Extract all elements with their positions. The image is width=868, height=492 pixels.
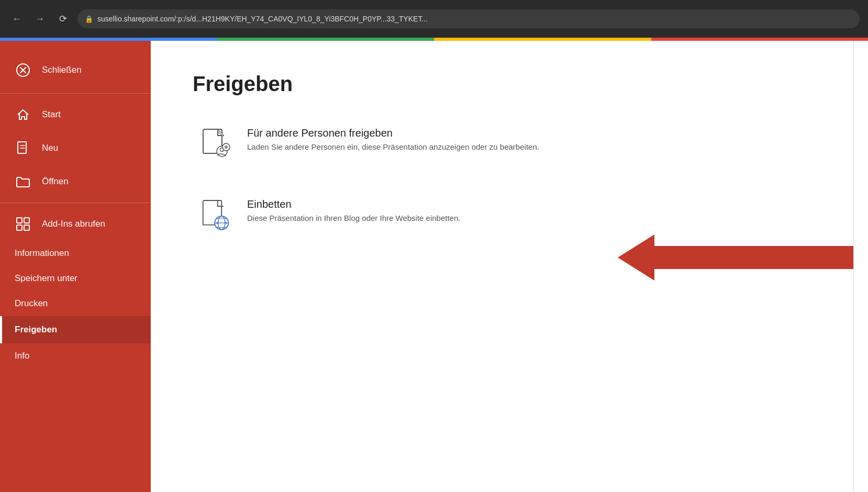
sidebar-item-info[interactable]: Informationen [0,241,151,266]
arrow-annotation [618,234,853,281]
reload-button[interactable]: ⟳ [54,10,71,27]
new-label: Neu [42,143,58,153]
saveas-label: Speichern unter [15,273,77,283]
app-body: Schließen Start Neu [0,41,868,492]
share-persons-title: Für andere Personen freigeben [247,127,805,139]
share-persons-content: Für andere Personen freigeben Laden Sie … [247,127,805,151]
sidebar-item-start[interactable]: Start [0,98,151,131]
address-bar[interactable]: 🔒 susellio.sharepoint.com/:p:/s/d...H21H… [77,9,860,28]
folder-icon [15,173,31,190]
info-label: Informationen [15,248,69,258]
embed-icon [199,198,232,232]
close-circle-icon [15,62,31,79]
new-file-icon [15,140,31,156]
sidebar-item-saveas[interactable]: Speichern unter [0,266,151,291]
about-label: Info [15,351,29,361]
sidebar-item-share[interactable]: Freigeben [0,316,151,343]
home-icon [15,106,31,123]
sidebar-item-addins[interactable]: Add-Ins abrufen [0,207,151,241]
page-title: Freigeben [193,72,811,96]
sidebar-item-about[interactable]: Info [0,343,151,368]
start-label: Start [42,109,61,120]
addins-icon [15,216,31,232]
svg-rect-1 [18,142,26,153]
open-label: Öffnen [42,176,69,187]
share-persons-desc: Laden Sie andere Personen ein, diese Prä… [247,142,805,151]
close-label: Schließen [42,65,82,75]
forward-button[interactable]: → [31,10,48,27]
svg-rect-2 [17,218,22,223]
sidebar-top: Schließen [0,41,151,94]
svg-rect-3 [24,218,29,223]
sidebar-item-open[interactable]: Öffnen [0,165,151,198]
sidebar-item-close[interactable]: Schließen [0,53,151,87]
share-persons-option[interactable]: Für andere Personen freigeben Laden Sie … [193,121,811,167]
url-text: susellio.sharepoint.com/:p:/s/d...H21H9K… [97,15,428,23]
svg-rect-5 [24,225,29,230]
sidebar: Schließen Start Neu [0,41,151,492]
embed-content: Einbetten Diese Präsentation in Ihren Bl… [247,198,805,222]
embed-title: Einbetten [247,198,805,210]
share-label: Freigeben [15,325,57,335]
addins-label: Add-Ins abrufen [42,219,105,229]
embed-desc: Diese Präsentation in Ihren Blog oder Ih… [247,214,805,222]
embed-option[interactable]: Einbetten Diese Präsentation in Ihren Bl… [193,192,811,238]
right-edge [853,41,868,492]
svg-rect-4 [17,225,22,230]
sidebar-item-print[interactable]: Drucken [0,291,151,316]
sidebar-item-new[interactable]: Neu [0,131,151,165]
sidebar-divider-1 [0,203,151,203]
print-label: Drucken [15,298,48,308]
arrow-head [618,234,654,281]
back-button[interactable]: ← [8,10,25,27]
lock-icon: 🔒 [85,15,93,23]
main-panel: Freigeben Für andere [151,41,853,492]
share-persons-icon [199,127,232,161]
arrow-body [654,246,853,269]
browser-bar: ← → ⟳ 🔒 susellio.sharepoint.com/:p:/s/d.… [0,0,868,38]
